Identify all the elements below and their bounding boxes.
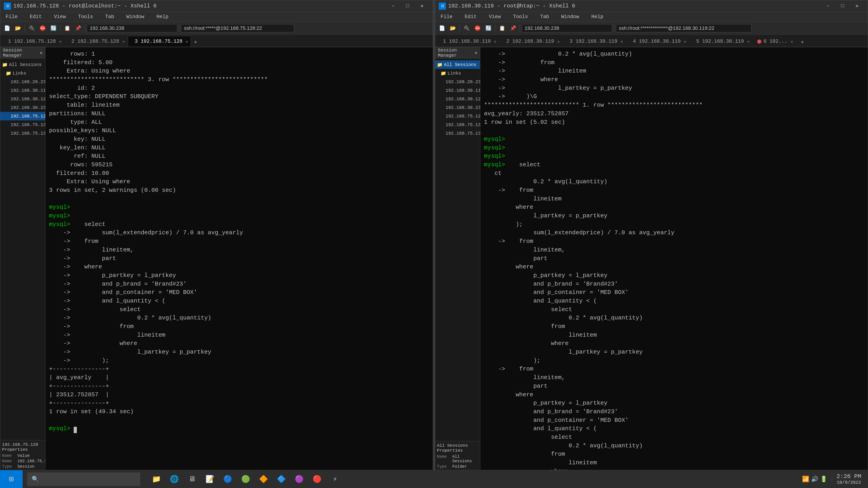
right-tab-2-close[interactable]: ✕ bbox=[557, 39, 560, 44]
right-menu-view[interactable]: View bbox=[486, 13, 504, 21]
left-tab-1-close[interactable]: ✕ bbox=[59, 39, 61, 44]
taskbar-icon-terminal[interactable]: 🖥 bbox=[185, 472, 199, 486]
left-tb-paste[interactable]: 📌 bbox=[73, 23, 83, 33]
right-tb-reconnect[interactable]: 🔄 bbox=[483, 23, 493, 33]
right-tb-disconnect[interactable]: ⛔ bbox=[472, 23, 483, 33]
right-tab-1-close[interactable]: ✕ bbox=[494, 39, 496, 44]
left-tb-connect[interactable]: 🔌 bbox=[27, 23, 37, 33]
left-terminal-pre: rows: 1 filtered: 5.00 Extra: Using wher… bbox=[49, 50, 429, 433]
left-maximize-btn[interactable]: □ bbox=[400, 0, 415, 12]
right-tab-3[interactable]: 3 192.168.30.119 ✕ bbox=[563, 36, 626, 47]
right-menu-tab[interactable]: Tab bbox=[537, 13, 552, 21]
right-close-btn[interactable]: ✕ bbox=[850, 0, 864, 12]
right-menu-file[interactable]: File bbox=[438, 13, 455, 21]
right-sm-close[interactable]: ✕ bbox=[475, 50, 477, 56]
right-tb-copy[interactable]: 📋 bbox=[497, 23, 507, 33]
left-tab-1[interactable]: 1 192.168.75.128 ✕ bbox=[1, 36, 64, 47]
right-minimize-btn[interactable]: – bbox=[821, 0, 835, 12]
left-tab-3[interactable]: 3 192.168.75.128 ✕ bbox=[128, 36, 191, 47]
right-menu-window[interactable]: Window bbox=[559, 13, 582, 21]
left-tab-2-close[interactable]: ✕ bbox=[122, 39, 125, 44]
left-menu-view[interactable]: View bbox=[51, 13, 69, 21]
left-close-btn[interactable]: ✕ bbox=[415, 0, 429, 12]
right-terminal-area[interactable]: -> 0.2 * avg(l_quantity) -> from -> line… bbox=[480, 47, 868, 477]
right-tab-6[interactable]: 6 192... ✕ bbox=[752, 36, 798, 47]
right-tb-new[interactable]: 📄 bbox=[437, 23, 447, 33]
right-tree-192-168-75-130[interactable]: 192.168.75.130 bbox=[435, 121, 480, 129]
taskbar-icon-edge[interactable]: 🌐 bbox=[167, 472, 182, 486]
left-tree-192-168-75-130[interactable]: 192.168.75.130 bbox=[0, 121, 45, 129]
right-menu-help[interactable]: Help bbox=[589, 13, 606, 21]
right-tb-connect[interactable]: 🔌 bbox=[462, 23, 471, 33]
left-ssh-address-input[interactable] bbox=[181, 24, 294, 32]
right-tab-add[interactable]: + bbox=[798, 38, 807, 47]
right-tree-192-168-20-233[interactable]: 192.168.20.233 bbox=[435, 77, 480, 86]
left-menu-tools[interactable]: Tools bbox=[75, 13, 96, 21]
right-tree-192-168-75-128[interactable]: 192.168.75.128 bbox=[435, 112, 480, 121]
left-tb-open[interactable]: 📂 bbox=[13, 23, 23, 33]
left-terminal-content[interactable]: rows: 1 filtered: 5.00 Extra: Using wher… bbox=[45, 47, 433, 477]
taskbar-icon-app3[interactable]: 🔶 bbox=[256, 472, 271, 486]
taskbar-icon-vs[interactable]: 📝 bbox=[203, 472, 217, 486]
taskbar-icon-app6[interactable]: 🔴 bbox=[310, 472, 324, 486]
right-tb-open[interactable]: 📂 bbox=[448, 23, 458, 33]
right-tree-192-168-30-119[interactable]: 192.168.30.119 bbox=[435, 86, 480, 95]
taskbar-icon-explorer[interactable]: 📁 bbox=[149, 472, 164, 486]
taskbar-icon-app5[interactable]: 🟣 bbox=[292, 472, 307, 486]
left-tab-3-close[interactable]: ✕ bbox=[186, 39, 188, 44]
right-tab-2[interactable]: 2 192.168.30.119 ✕ bbox=[499, 36, 563, 47]
right-menu-tools[interactable]: Tools bbox=[510, 13, 530, 21]
left-tab-2[interactable]: 2 192.168.75.128 ✕ bbox=[64, 36, 128, 47]
taskbar-time[interactable]: 2:26 PM 10/9/2022 bbox=[837, 473, 861, 485]
left-tree-192-168-30-122[interactable]: 192.168.30.122 bbox=[0, 95, 45, 103]
left-menu-window[interactable]: Window bbox=[124, 13, 147, 21]
taskbar-icon-app4[interactable]: 🔷 bbox=[274, 472, 289, 486]
left-tree-192-168-75-128[interactable]: 192.168.75.128 bbox=[0, 112, 45, 121]
left-menu-edit[interactable]: Edit bbox=[27, 13, 44, 21]
left-minimize-btn[interactable]: – bbox=[386, 0, 400, 12]
left-menu-help[interactable]: Help bbox=[154, 13, 171, 21]
right-tree-all-sessions[interactable]: 📁 All Sessions bbox=[435, 60, 480, 69]
left-address-input[interactable] bbox=[87, 24, 177, 32]
left-tree-links[interactable]: 📁 Links bbox=[0, 69, 45, 77]
right-tree-192-168-75-131[interactable]: 192.168.75.131 bbox=[435, 129, 480, 138]
right-tree-192-168-30-122[interactable]: 192.168.30.122 bbox=[435, 95, 480, 103]
left-menu-bar: File Edit View Tools Tab Window Help bbox=[0, 12, 433, 22]
right-tab-1[interactable]: 1 192.168.30.119 ✕ bbox=[436, 36, 499, 47]
left-tb-copy[interactable]: 📋 bbox=[62, 23, 72, 33]
right-tb-paste[interactable]: 📌 bbox=[508, 23, 518, 33]
right-tab-5-close[interactable]: ✕ bbox=[747, 39, 749, 44]
taskbar-icon-app7[interactable]: ⚡ bbox=[328, 472, 342, 486]
left-tree-192-168-20-233[interactable]: 192.168.20.233 bbox=[0, 77, 45, 86]
right-tab-3-close[interactable]: ✕ bbox=[620, 39, 623, 44]
right-tree-links[interactable]: 📁 Links bbox=[435, 69, 480, 77]
right-address-input[interactable] bbox=[522, 24, 612, 32]
taskbar-search[interactable]: 🔍 bbox=[27, 473, 140, 486]
taskbar-icon-app1[interactable]: 🔵 bbox=[221, 472, 235, 486]
right-maximize-btn[interactable]: □ bbox=[835, 0, 850, 12]
right-tab-4-close[interactable]: ✕ bbox=[684, 39, 686, 44]
right-terminal-content[interactable]: -> 0.2 * avg(l_quantity) -> from -> line… bbox=[480, 47, 868, 477]
right-tab-5[interactable]: 5 192.168.30.119 ✕ bbox=[689, 36, 752, 47]
left-tree-192-168-75-131[interactable]: 192.168.75.131 bbox=[0, 129, 45, 138]
left-tb-new[interactable]: 📄 bbox=[2, 23, 12, 33]
start-button[interactable]: ⊞ bbox=[0, 470, 23, 488]
right-toolbar: 📄 📂 🔌 ⛔ 🔄 📋 📌 bbox=[435, 22, 868, 35]
left-tb-reconnect[interactable]: 🔄 bbox=[49, 23, 58, 33]
taskbar-icon-app2[interactable]: 🟢 bbox=[239, 472, 253, 486]
left-tab-add[interactable]: + bbox=[191, 38, 200, 47]
left-menu-tab[interactable]: Tab bbox=[102, 13, 117, 21]
right-tab-6-close[interactable]: ✕ bbox=[791, 39, 793, 44]
left-tree-192-168-30-119[interactable]: 192.168.30.119 bbox=[0, 86, 45, 95]
right-menu-edit[interactable]: Edit bbox=[462, 13, 479, 21]
left-tb-disconnect[interactable]: ⛔ bbox=[37, 23, 48, 33]
left-terminal-area[interactable]: rows: 1 filtered: 5.00 Extra: Using wher… bbox=[45, 47, 433, 477]
left-tree-192-168-30-238[interactable]: 192.168.30.238 bbox=[0, 103, 45, 112]
right-tab-4[interactable]: 4 192.168.30.119 ✕ bbox=[626, 36, 689, 47]
right-ssh-address-input[interactable] bbox=[616, 24, 752, 32]
right-tree-192-168-30-238[interactable]: 192.168.30.238 bbox=[435, 103, 480, 112]
window-divider[interactable] bbox=[433, 0, 435, 488]
left-menu-file[interactable]: File bbox=[3, 13, 20, 21]
left-sm-close[interactable]: ✕ bbox=[40, 50, 42, 56]
left-tree-all-sessions[interactable]: 📁 All Sessions bbox=[0, 60, 45, 69]
